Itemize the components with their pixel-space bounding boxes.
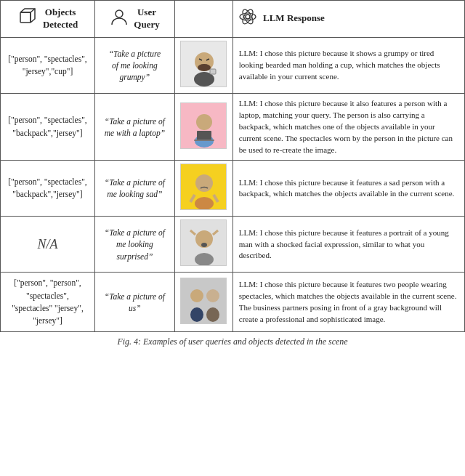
response-cell-2: LLM: I chose this picture because it als… xyxy=(232,93,464,161)
objects-cell-1: ["person", "spectacles", "jersey","cup"] xyxy=(1,37,95,93)
query-text: “Take a picture of us” xyxy=(105,292,165,312)
response-cell-5: LLM: I chose this picture because it fea… xyxy=(232,273,464,332)
objects-text: ["person", "spectacles", "backpack","jer… xyxy=(8,116,87,137)
thumbnail-2 xyxy=(180,102,227,149)
response-cell-3: LLM: I chose this picture because it fea… xyxy=(232,161,464,217)
svg-point-12 xyxy=(198,64,211,71)
svg-point-18 xyxy=(196,114,212,130)
header-query: User Query xyxy=(94,1,174,38)
thumbnail-5 xyxy=(180,278,227,324)
response-text: LLM: I chose this picture because it sho… xyxy=(239,49,440,81)
response-cell-4: LLM: I chose this picture because it fea… xyxy=(232,217,464,273)
svg-point-5 xyxy=(246,15,250,19)
query-cell-2: “Take a picture of me with a laptop” xyxy=(94,93,174,161)
objects-text: ["person", "person", "spectacles", "spec… xyxy=(12,278,84,325)
user-icon xyxy=(110,7,129,30)
objects-header-label: Objects Detected xyxy=(43,7,78,31)
header-image-spacer xyxy=(174,1,232,38)
query-cell-5: “Take a picture of us” xyxy=(94,273,174,332)
image-cell-1 xyxy=(174,37,232,93)
objects-cell-5: ["person", "person", "spectacles", "spec… xyxy=(1,273,95,332)
header-response: LLM Response xyxy=(232,1,464,38)
query-text: “Take a picture of me looking grumpy” xyxy=(109,49,161,81)
response-text: LLM: I chose this picture because it fea… xyxy=(239,280,457,323)
svg-rect-32 xyxy=(181,278,227,324)
svg-point-4 xyxy=(116,10,123,17)
svg-rect-0 xyxy=(20,12,31,23)
header-objects: Objects Detected xyxy=(1,1,95,38)
svg-point-34 xyxy=(190,307,203,322)
query-text: “Take a picture of me looking surprised” xyxy=(105,228,165,260)
response-text: LLM: I chose this picture because it fea… xyxy=(239,228,449,260)
image-cell-4 xyxy=(174,217,232,273)
objects-cell-2: ["person", "spectacles", "backpack","jer… xyxy=(1,93,95,161)
query-cell-3: “Take a picture of me looking sad” xyxy=(94,161,174,217)
page-container: Objects Detected User Query xyxy=(0,0,465,352)
svg-point-36 xyxy=(206,307,219,322)
response-text: LLM: I chose this picture because it als… xyxy=(239,99,453,154)
response-text: LLM: I chose this picture because it fea… xyxy=(239,178,455,198)
svg-rect-20 xyxy=(194,140,214,141)
thumbnail-3 xyxy=(180,164,227,210)
svg-point-29 xyxy=(201,243,207,247)
query-text: “Take a picture of me with a laptop” xyxy=(105,117,165,137)
svg-point-22 xyxy=(195,197,214,210)
query-text: “Take a picture of me looking sad” xyxy=(105,178,165,198)
svg-rect-19 xyxy=(197,131,211,140)
atom-icon xyxy=(238,7,258,31)
svg-point-27 xyxy=(195,253,214,266)
svg-rect-15 xyxy=(210,69,216,74)
image-cell-3 xyxy=(174,161,232,217)
objects-text: ["person", "spectacles", "backpack","jer… xyxy=(8,177,87,198)
svg-point-23 xyxy=(195,174,213,192)
objects-cell-3: ["person", "spectacles", "backpack","jer… xyxy=(1,161,95,217)
response-header-label: LLM Response xyxy=(263,12,325,25)
svg-point-33 xyxy=(190,289,203,302)
query-cell-1: “Take a picture of me looking grumpy” xyxy=(94,37,174,93)
main-table: Objects Detected User Query xyxy=(0,0,465,332)
na-label: N/A xyxy=(37,237,57,251)
query-cell-4: “Take a picture of me looking surprised” xyxy=(94,217,174,273)
image-cell-2 xyxy=(174,93,232,161)
svg-point-35 xyxy=(206,289,219,302)
query-header-label: User Query xyxy=(134,7,159,31)
image-cell-5 xyxy=(174,273,232,332)
thumbnail-1 xyxy=(180,41,227,87)
objects-cell-4: N/A xyxy=(1,217,95,273)
figure-caption: Fig. 4: Examples of user queries and obj… xyxy=(0,332,465,352)
response-cell-1: LLM: I chose this picture because it sho… xyxy=(232,37,464,93)
cube-icon xyxy=(17,7,38,31)
thumbnail-4 xyxy=(180,219,227,266)
objects-text: ["person", "spectacles", "jersey","cup"] xyxy=(8,55,87,76)
